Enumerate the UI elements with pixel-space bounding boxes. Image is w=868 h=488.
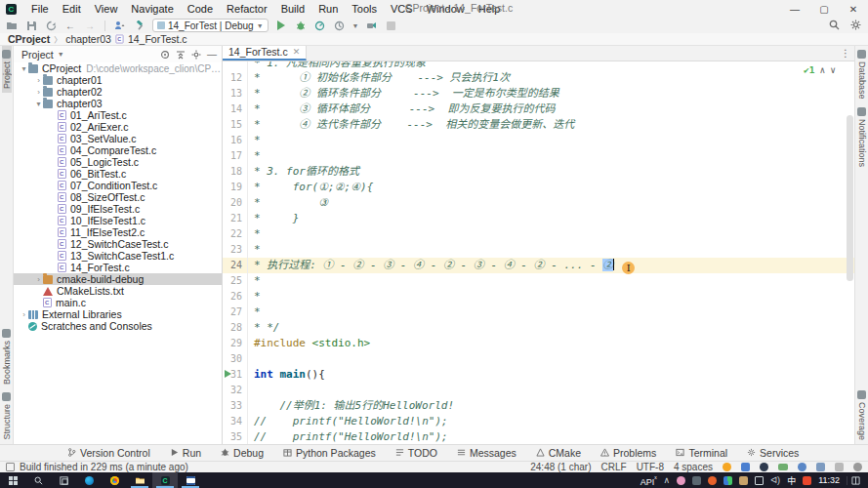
document-app-icon[interactable]	[178, 472, 203, 488]
tree-item-chapter02[interactable]: ›chapter02	[14, 86, 222, 98]
wrench-icon[interactable]	[816, 463, 825, 471]
plugin-icon[interactable]	[723, 463, 731, 471]
debug-button[interactable]	[294, 20, 308, 32]
panel-settings-icon[interactable]	[190, 49, 202, 61]
chevron-expanded-icon[interactable]: ▾	[20, 64, 28, 73]
settings-gear-icon[interactable]	[848, 19, 862, 31]
notification-center-icon[interactable]	[847, 476, 864, 485]
chevron-collapsed-icon[interactable]: ›	[34, 275, 43, 284]
file-explorer-icon[interactable]	[127, 472, 152, 488]
toolwindow-button-cmake[interactable]: CMake	[527, 445, 590, 461]
chevron-collapsed-icon[interactable]: ›	[34, 76, 43, 85]
menu-code[interactable]: Code	[181, 1, 220, 17]
inspections-widget[interactable]: ✔1 ∧ ∨	[801, 64, 839, 75]
open-folder-icon[interactable]	[5, 20, 19, 32]
edge-browser-icon[interactable]	[76, 472, 102, 488]
tree-item-11-ifelsetest2-c[interactable]: 11_IfElseTest2.c	[14, 226, 222, 238]
menu-refactor[interactable]: Refactor	[220, 1, 274, 17]
tab-14-fortest[interactable]: 14_ForTest.c ✕	[223, 45, 307, 61]
breadcrumb-file[interactable]: 14_ForTest.c	[128, 33, 187, 45]
run-button[interactable]	[274, 20, 288, 32]
menu-view[interactable]: View	[88, 1, 125, 17]
tree-item-cmake-build-debug[interactable]: ›cmake-build-debug	[14, 273, 222, 285]
menu-build[interactable]: Build	[274, 1, 311, 17]
night-mode-icon[interactable]	[760, 463, 768, 471]
commit-icon[interactable]	[113, 20, 127, 32]
tree-item-cproject[interactable]: ▾CProjectD:\code\workspace_clion\CProjec…	[14, 62, 222, 74]
clock[interactable]: 11:32	[818, 475, 840, 485]
task-view-icon[interactable]	[51, 472, 76, 488]
breadcrumb-folder[interactable]: chapter03	[65, 33, 111, 45]
project-panel-title[interactable]: Project	[21, 49, 54, 61]
stripe-bookmarks[interactable]: Bookmarks	[2, 325, 12, 388]
tree-item-05-logictest-c[interactable]: 05_LogicTest.c	[14, 156, 222, 168]
tree-item-main-c[interactable]: main.c	[14, 297, 222, 308]
tree-item-chapter03[interactable]: ▾chapter03	[14, 98, 222, 109]
toolwindow-button-python-packages[interactable]: Python Packages	[274, 445, 385, 461]
tray-app-color-icon[interactable]	[723, 476, 732, 485]
editor-scrollbar[interactable]	[847, 115, 853, 281]
tree-item-09-ifelsetest-c[interactable]: 09_IfElseTest.c	[14, 203, 222, 215]
stripe-database[interactable]: Database	[857, 46, 867, 103]
file-encoding[interactable]: UTF-8	[637, 462, 664, 472]
chevron-down-icon[interactable]: ▼	[58, 51, 64, 58]
chevron-expanded-icon[interactable]: ▾	[34, 100, 43, 108]
lock-icon[interactable]	[835, 463, 844, 471]
menu-edit[interactable]: Edit	[56, 1, 88, 17]
tray-security-icon[interactable]	[803, 476, 811, 485]
tree-item-04-comparetest-c[interactable]: 04_CompareTest.c	[14, 144, 222, 156]
taskbar-search-icon[interactable]	[25, 472, 51, 488]
gear-badge-icon[interactable]	[853, 463, 862, 471]
toolwindow-button-version-control[interactable]: Version Control	[59, 445, 159, 461]
tree-item-10-ifelsetest1-c[interactable]: 10_IfElseTest1.c	[14, 215, 222, 226]
back-icon[interactable]: ←	[63, 20, 77, 32]
chevron-collapsed-icon[interactable]: ›	[34, 88, 43, 97]
tray-app-flower-icon[interactable]	[677, 476, 685, 485]
run-gutter-icon[interactable]	[225, 370, 231, 378]
maximize-button[interactable]: ▢	[809, 0, 839, 18]
build-hammer-icon[interactable]	[133, 20, 146, 32]
menu-navigate[interactable]: Navigate	[124, 1, 180, 17]
attach-process-icon[interactable]	[365, 20, 379, 32]
tray-expand-icon[interactable]: ∧	[664, 475, 671, 485]
stripe-structure[interactable]: Structure	[2, 388, 12, 444]
volume-icon[interactable]: ᐊ)	[770, 475, 780, 485]
chevron-down-icon[interactable]: ▼	[352, 22, 359, 29]
tree-item-13-switchcasetest1-c[interactable]: 13_SwitchCaseTest1.c	[14, 250, 222, 262]
profiler-button[interactable]	[313, 20, 327, 32]
next-problem-icon[interactable]: ∨	[830, 64, 836, 75]
coverage-button[interactable]	[333, 20, 347, 32]
tree-item-07-conditiontest-c[interactable]: 07_ConditionTest.c	[14, 180, 222, 191]
tree-item-01-aritest-c[interactable]: 01_AriTest.c	[14, 109, 222, 121]
toolwindow-button-messages[interactable]: Messages	[448, 445, 525, 461]
tray-briefcase-icon[interactable]	[739, 476, 748, 485]
tray-api-label[interactable]: APIˣ	[641, 474, 657, 487]
close-button[interactable]: ✕	[839, 0, 868, 18]
breadcrumb-root[interactable]: CProject	[8, 33, 50, 45]
toolwindow-button-run[interactable]: Run	[161, 445, 210, 461]
tray-mic-icon[interactable]	[692, 476, 701, 485]
stripe-coverage[interactable]: Coverage	[857, 386, 867, 444]
tree-item-14-fortest-c[interactable]: 14_ForTest.c	[14, 262, 222, 273]
stop-button[interactable]	[385, 20, 398, 32]
sync-icon[interactable]	[44, 20, 58, 32]
toolwindow-button-problems[interactable]: Problems	[592, 445, 665, 461]
tree-item-03-setvalue-c[interactable]: 03_SetValue.c	[14, 133, 222, 144]
tree-item-external-libraries[interactable]: ›External Libraries	[14, 308, 222, 320]
tray-display-icon[interactable]	[755, 476, 764, 485]
toolwindow-button-services[interactable]: Services	[738, 445, 807, 461]
save-icon[interactable]	[24, 20, 38, 32]
tray-app-orange-icon[interactable]	[708, 476, 717, 485]
chevron-collapsed-icon[interactable]: ›	[20, 310, 28, 319]
collapse-all-icon[interactable]	[175, 49, 186, 61]
input-method-indicator[interactable]: 中	[787, 474, 796, 487]
clion-taskbar-icon[interactable]: C	[152, 472, 178, 488]
start-button[interactable]	[0, 472, 25, 488]
mail-icon[interactable]	[778, 464, 788, 470]
forward-icon[interactable]: →	[83, 20, 97, 32]
stripe-notifications[interactable]: Notifications	[857, 103, 867, 171]
translate-plugin-icon[interactable]	[741, 463, 750, 471]
stripe-project[interactable]: Project	[2, 46, 12, 93]
chrome-browser-icon[interactable]	[102, 472, 127, 488]
tree-item-06-bittest-c[interactable]: 06_BitTest.c	[14, 168, 222, 180]
